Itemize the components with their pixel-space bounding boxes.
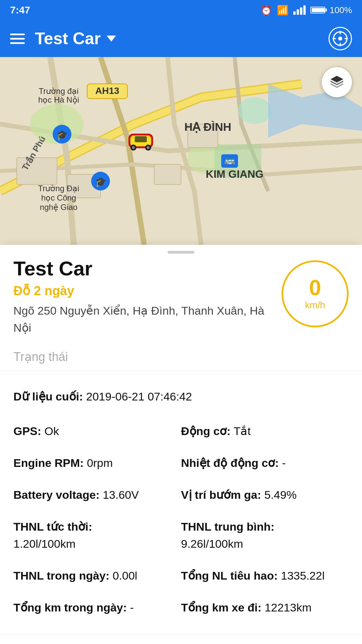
- vitribuomga-value: 5.49%: [264, 488, 296, 501]
- svg-text:học Hà Nội: học Hà Nội: [38, 95, 79, 104]
- drag-handle-area[interactable]: [0, 245, 362, 257]
- engine-rpm-cell: Engine RPM: 0rpm: [13, 447, 181, 479]
- status-time: 7:47: [10, 4, 30, 16]
- svg-text:AH13: AH13: [95, 86, 119, 96]
- wifi-icon: 📶: [277, 5, 289, 16]
- nhietdo-cell: Nhiệt độ động cơ: -: [181, 447, 349, 479]
- layers-icon: [328, 74, 345, 91]
- svg-text:học Công: học Công: [41, 193, 76, 202]
- thnl-trongngay-label: THNL trong ngày:: [13, 569, 109, 582]
- toolbar: Test Car: [0, 20, 362, 57]
- dulieu-cuoi-row: Dữ liệu cuối: 2019-06-21 07:46:42: [13, 388, 349, 405]
- svg-text:Trường Đại: Trường Đại: [38, 184, 79, 193]
- dulieu-cuoi-value: 2019-06-21 07:46:42: [86, 390, 192, 403]
- tongkm-xedi-cell: Tổng km xe đi: 12213km: [181, 592, 349, 624]
- drag-handle: [168, 251, 194, 254]
- dongco-value: Tắt: [234, 425, 251, 437]
- battery-voltage-value: 13.60V: [103, 488, 139, 501]
- thnl-trongngay-cell: THNL trong ngày: 0.00l: [13, 560, 181, 592]
- status-parked: Đỗ 2 ngày: [13, 283, 282, 298]
- status-bar: 7:47 ⏰ 📶 100%: [0, 0, 362, 20]
- tongkm-trongngay-label: Tổng km trong ngày:: [13, 601, 127, 614]
- data-section: Dữ liệu cuối: 2019-06-21 07:46:42 GPS: O…: [0, 378, 362, 634]
- thnl-trongngay-value: 0.00l: [113, 569, 137, 582]
- vitribuomga-cell: Vị trí bướm ga: 5.49%: [181, 479, 349, 511]
- svg-point-36: [132, 146, 135, 149]
- alarm-icon: ⏰: [260, 5, 272, 16]
- battery-voltage-label: Battery voltage:: [13, 488, 100, 501]
- location-icon: [333, 31, 348, 46]
- svg-point-1: [338, 37, 342, 41]
- speed-unit: km/h: [305, 300, 325, 311]
- chevron-down-icon: [107, 36, 116, 42]
- vehicle-header: Test Car Đỗ 2 ngày Ngõ 250 Nguyễn Xiển, …: [0, 257, 362, 343]
- svg-text:🎓: 🎓: [95, 176, 107, 187]
- engine-rpm-label: Engine RPM:: [13, 457, 84, 469]
- tongkm-trongngay-cell: Tổng km trong ngày: -: [13, 592, 181, 624]
- map-background: AH13 HẠ ĐÌNH KIM GIANG Trần Phú 🎓 🎓 🚌 Tr…: [0, 57, 362, 245]
- tongkm-trongngay-value: -: [130, 601, 134, 614]
- battery-icon: [310, 7, 325, 13]
- toolbar-title-text: Test Car: [35, 29, 101, 48]
- dongco-label: Động cơ:: [181, 425, 231, 437]
- vehicle-address: Ngõ 250 Nguyễn Xiển, Hạ Đình, Thanh Xuân…: [13, 302, 282, 336]
- gps-value: Ok: [45, 425, 59, 437]
- gps-label: GPS:: [13, 425, 41, 437]
- battery-voltage-cell: Battery voltage: 13.60V: [13, 479, 181, 511]
- svg-text:nghệ Giao: nghệ Giao: [40, 203, 77, 212]
- menu-button[interactable]: [10, 34, 25, 44]
- info-panel: Test Car Đỗ 2 ngày Ngõ 250 Nguyễn Xiển, …: [0, 245, 362, 634]
- svg-text:🎓: 🎓: [56, 129, 68, 141]
- svg-text:KIM GIANG: KIM GIANG: [206, 168, 263, 180]
- map-layers-button[interactable]: [322, 67, 352, 97]
- tongnl-label: Tổng NL tiêu hao:: [181, 569, 278, 582]
- svg-point-37: [147, 146, 149, 149]
- vehicle-name: Test Car: [13, 257, 282, 280]
- svg-text:HẠ ĐÌNH: HẠ ĐÌNH: [184, 120, 231, 133]
- svg-rect-15: [154, 164, 181, 184]
- dulieu-cuoi-label: Dữ liệu cuối:: [13, 390, 83, 403]
- signal-icon: [293, 5, 306, 15]
- thnl-tuctloi-value: 1.20l/100km: [13, 537, 75, 550]
- thnl-trungbinh-cell: THNL trung bình: 9.26l/100km: [181, 511, 349, 560]
- map-container[interactable]: AH13 HẠ ĐÌNH KIM GIANG Trần Phú 🎓 🎓 🚌 Tr…: [0, 57, 362, 245]
- locate-button[interactable]: [328, 27, 352, 50]
- thnl-trungbinh-value: 9.26l/100km: [181, 537, 243, 550]
- trang-thai-label: Trạng thái: [0, 343, 362, 371]
- thnl-tuctloi-label: THNL tức thời:: [13, 520, 92, 533]
- tongkm-xedi-value: 12213km: [265, 601, 312, 614]
- data-grid: GPS: Ok Động cơ: Tắt Engine RPM: 0rpm Nh…: [13, 415, 349, 624]
- svg-point-11: [238, 97, 272, 124]
- nhietdo-label: Nhiệt độ động cơ:: [181, 457, 279, 469]
- status-icons: ⏰ 📶 100%: [260, 5, 352, 16]
- thnl-tucloi-cell: THNL tức thời: 1.20l/100km: [13, 511, 181, 560]
- svg-text:🚌: 🚌: [224, 155, 235, 165]
- tongnl-value: 1335.22l: [281, 569, 324, 582]
- tongnl-cell: Tổng NL tiêu hao: 1335.22l: [181, 560, 349, 592]
- gps-cell: GPS: Ok: [13, 415, 181, 447]
- speed-value: 0: [309, 277, 321, 299]
- dongco-cell: Động cơ: Tắt: [181, 415, 349, 447]
- svg-text:Trường đại: Trường đại: [39, 87, 79, 96]
- speed-circle: 0 km/h: [282, 260, 349, 327]
- svg-rect-33: [135, 136, 147, 142]
- nhietdo-value: -: [282, 457, 286, 469]
- thnl-trungbinh-label: THNL trung bình:: [181, 520, 275, 533]
- divider-1: [0, 374, 362, 375]
- svg-marker-38: [330, 76, 343, 83]
- vehicle-selector[interactable]: Test Car: [35, 29, 116, 48]
- tongkm-xedi-label: Tổng km xe đi:: [181, 601, 261, 614]
- vitribuomga-label: Vị trí bướm ga:: [181, 488, 261, 501]
- car-marker: [127, 131, 154, 151]
- battery-pct: 100%: [330, 5, 352, 15]
- engine-rpm-value: 0rpm: [87, 457, 113, 469]
